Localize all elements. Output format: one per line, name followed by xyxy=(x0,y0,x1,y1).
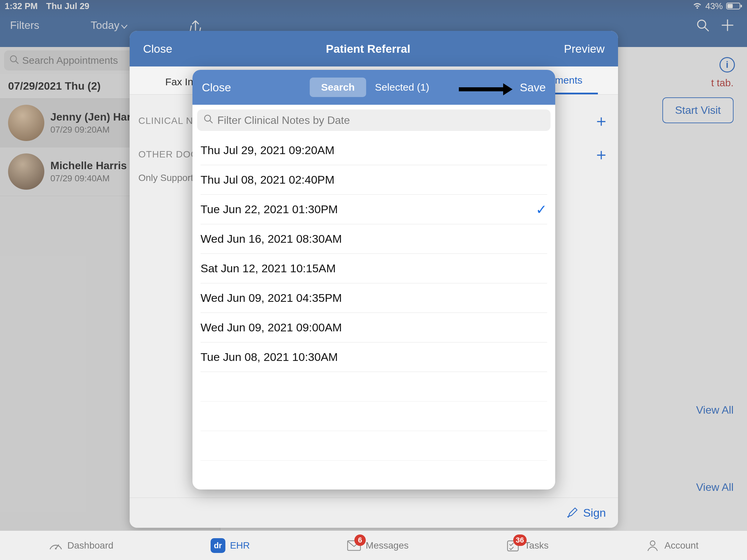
clinical-note-item[interactable]: Thu Jul 08, 2021 02:40PM xyxy=(201,165,547,195)
clinical-note-item[interactable]: Thu Jul 29, 2021 09:20AM xyxy=(201,136,547,165)
clinical-note-item[interactable]: Wed Jun 09, 2021 09:00AM xyxy=(201,313,547,342)
clinical-note-item[interactable]: Wed Jun 16, 2021 08:30AM xyxy=(201,224,547,254)
svg-marker-12 xyxy=(503,83,513,95)
tab-dashboard[interactable]: Dashboard xyxy=(49,538,113,553)
preview-button[interactable]: Preview xyxy=(564,42,604,55)
add-other-document-button[interactable]: ＋ xyxy=(593,144,609,165)
add-clinical-note-button[interactable]: ＋ xyxy=(593,110,609,132)
note-date: Sat Jun 12, 2021 10:15AM xyxy=(201,262,336,275)
person-icon xyxy=(646,538,660,553)
list-item xyxy=(201,431,547,461)
clinical-note-item[interactable]: Wed Jun 09, 2021 04:35PM xyxy=(201,283,547,313)
modal-footer: Sign xyxy=(130,498,618,528)
ehr-icon: dr xyxy=(211,538,225,553)
clinical-note-item[interactable]: Sat Jun 12, 2021 10:15AM xyxy=(201,254,547,283)
note-date: Thu Jul 29, 2021 09:20AM xyxy=(201,144,335,157)
gauge-icon xyxy=(49,538,63,553)
search-icon xyxy=(203,114,213,127)
tab-account[interactable]: Account xyxy=(646,538,698,553)
save-button[interactable]: Save xyxy=(520,81,546,94)
close-button[interactable]: Close xyxy=(143,42,172,55)
note-date: Wed Jun 09, 2021 04:35PM xyxy=(201,291,342,304)
close-button[interactable]: Close xyxy=(202,81,231,94)
clinical-note-item[interactable]: Tue Jun 08, 2021 10:30AM xyxy=(201,342,547,372)
filter-placeholder: Filter Clinical Notes by Date xyxy=(217,114,350,127)
svg-point-14 xyxy=(55,548,56,549)
tab-label: Tasks xyxy=(525,540,549,551)
list-item xyxy=(201,372,547,402)
list-item xyxy=(201,402,547,431)
clinical-notes-selector-modal: Close Search Selected (1) Save Filter Cl… xyxy=(192,70,555,489)
note-date: Wed Jun 09, 2021 09:00AM xyxy=(201,321,342,334)
note-date: Tue Jun 22, 2021 01:30PM xyxy=(201,203,338,216)
annotation-arrow-icon xyxy=(318,79,382,93)
note-date: Wed Jun 16, 2021 08:30AM xyxy=(201,232,342,245)
modal-title: Patient Referral xyxy=(172,42,564,55)
clinical-notes-list: Thu Jul 29, 2021 09:20AM Thu Jul 08, 202… xyxy=(192,136,555,461)
tab-label: Messages xyxy=(366,540,409,551)
svg-line-10 xyxy=(210,121,212,123)
sign-button[interactable]: Sign xyxy=(583,506,606,519)
note-date: Thu Jul 08, 2021 02:40PM xyxy=(201,173,335,186)
tab-messages[interactable]: 6 Messages xyxy=(347,538,409,553)
note-date: Tue Jun 08, 2021 10:30AM xyxy=(201,350,338,364)
tab-ehr[interactable]: dr EHR xyxy=(211,538,250,553)
tab-label: Account xyxy=(664,540,698,551)
tab-tasks[interactable]: 36 Tasks xyxy=(506,538,549,553)
bottom-tab-bar: Dashboard dr EHR 6 Messages 36 Tasks Acc… xyxy=(0,530,747,560)
modal-header: Close Patient Referral Preview xyxy=(130,31,618,66)
checkmark-icon: ✓ xyxy=(536,202,547,217)
tab-label: Dashboard xyxy=(68,540,113,551)
svg-point-17 xyxy=(650,541,655,545)
badge-count: 6 xyxy=(354,534,366,546)
tab-label: EHR xyxy=(230,540,250,551)
pen-icon xyxy=(567,507,578,519)
clinical-note-item[interactable]: Tue Jun 22, 2021 01:30PM ✓ xyxy=(201,195,547,224)
badge-count: 36 xyxy=(513,534,527,546)
filter-clinical-notes-input[interactable]: Filter Clinical Notes by Date xyxy=(197,109,550,131)
